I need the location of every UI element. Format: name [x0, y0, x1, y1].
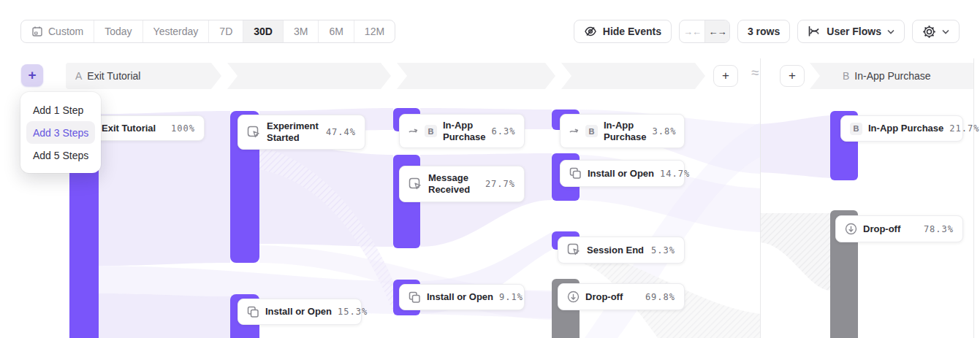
flow-node-message-received[interactable]: Message Received 27.7%	[399, 166, 525, 202]
node-value: 15.3%	[338, 307, 368, 317]
jump-arrow-icon	[569, 127, 580, 135]
step-letter: B	[843, 70, 849, 82]
step-title: Exit Tutorial	[87, 70, 140, 82]
node-value: 21.7%	[949, 123, 979, 134]
add-step-button-a[interactable]: +	[713, 65, 738, 87]
flow-node-install-or-open-b[interactable]: Install or Open 9.1%	[399, 284, 525, 310]
step-header-b[interactable]: B In-App Purchase	[810, 63, 973, 89]
event-cursor-icon	[567, 243, 581, 257]
flow-node-drop-off-a[interactable]: Drop-off 69.8%	[558, 283, 685, 310]
jump-arrow-icon	[409, 127, 419, 135]
panel-right-border	[973, 58, 974, 338]
step-letter: A	[75, 70, 82, 82]
node-label: Exit Tutorial	[102, 123, 156, 134]
flow-node-install-or-open-c[interactable]: Install or Open 14.7%	[560, 160, 685, 187]
node-value: 3.8%	[653, 126, 677, 137]
node-value: 100%	[171, 123, 195, 134]
menu-item-add-5-steps[interactable]: Add 5 Steps	[26, 144, 95, 166]
node-label: Install or Open	[427, 291, 493, 303]
step-b-badge: B	[425, 125, 437, 137]
copy-icon	[409, 291, 421, 304]
copy-icon	[247, 306, 259, 318]
flow-node-exit-tutorial[interactable]: Exit Tutorial 100%	[92, 115, 205, 141]
copy-icon	[569, 167, 582, 180]
node-value: 47.4%	[326, 127, 356, 137]
node-value: 27.7%	[485, 179, 515, 189]
step-header-2[interactable]	[227, 63, 391, 89]
node-value: 78.3%	[924, 224, 954, 234]
step-title: In-App Purchase	[854, 70, 930, 82]
flow-node-install-or-open-a[interactable]: Install or Open 15.3%	[238, 299, 362, 325]
add-step-menu: Add 1 Step Add 3 Steps Add 5 Steps	[20, 92, 101, 173]
node-value: 5.3%	[651, 245, 675, 256]
flow-node-experiment-started[interactable]: Experiment Started 47.4%	[238, 115, 365, 150]
node-label: Drop-off	[863, 223, 900, 235]
step-b-badge: B	[850, 123, 862, 135]
flow-node-session-end[interactable]: Session End 5.3%	[558, 237, 685, 264]
drop-off-icon	[845, 223, 857, 235]
node-value: 69.8%	[645, 292, 675, 302]
event-cursor-icon	[409, 177, 422, 191]
step-header-3[interactable]	[397, 63, 555, 89]
menu-item-add-1-step[interactable]: Add 1 Step	[26, 99, 95, 121]
node-value: 9.1%	[499, 292, 523, 302]
add-step-button-b[interactable]: +	[780, 65, 805, 87]
flow-node-drop-off-b[interactable]: Drop-off 78.3%	[835, 215, 963, 242]
step-b-badge: B	[585, 125, 598, 137]
node-label: Session End	[587, 245, 644, 256]
node-label: In-App Purchase	[868, 123, 943, 134]
node-value: 6.3%	[492, 126, 516, 137]
node-label: Install or Open	[265, 306, 332, 318]
step-header-4[interactable]	[561, 63, 705, 89]
node-label: Drop-off	[585, 291, 623, 303]
node-label: Experiment Started	[267, 120, 320, 144]
flow-node-in-app-purchase-b[interactable]: B In-App Purchase 3.8%	[560, 114, 685, 148]
flow-node-in-app-purchase-final[interactable]: B In-App Purchase 21.7%	[840, 115, 963, 142]
section-divider	[760, 58, 761, 338]
step-header-a[interactable]: A Exit Tutorial	[66, 63, 221, 89]
event-cursor-icon	[247, 126, 261, 139]
menu-item-add-3-steps[interactable]: Add 3 Steps	[26, 121, 95, 144]
node-label: Message Received	[428, 172, 479, 196]
add-step-button-active[interactable]: +	[21, 64, 43, 86]
gap-squiggle-icon: ≈	[750, 66, 760, 80]
node-label: Install or Open	[588, 168, 654, 180]
drop-off-icon	[567, 291, 580, 303]
flow-node-in-app-purchase-a[interactable]: B In-App Purchase 6.3%	[399, 114, 525, 148]
node-label: In-App Purchase	[604, 120, 647, 143]
node-label: In-App Purchase	[443, 120, 486, 143]
node-value: 14.7%	[660, 169, 690, 179]
